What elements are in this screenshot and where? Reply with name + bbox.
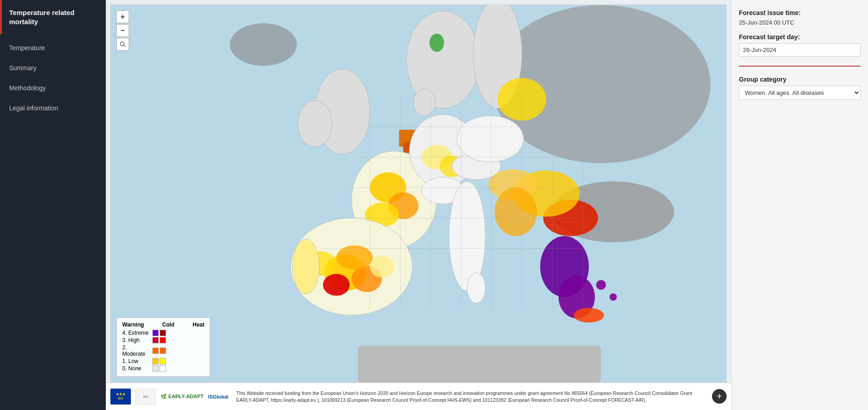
- zoom-out-button[interactable]: −: [116, 24, 129, 37]
- eu-logo: ★★★EU: [110, 389, 131, 405]
- main-content: + −: [106, 0, 731, 410]
- legend-row-none: 0. None: [122, 365, 204, 372]
- svg-point-44: [430, 34, 444, 52]
- sidebar-item-methodology[interactable]: Methodology: [0, 78, 106, 98]
- add-button[interactable]: +: [712, 389, 727, 404]
- svg-point-41: [494, 187, 537, 236]
- svg-point-0: [120, 42, 124, 46]
- group-category-select[interactable]: Women. All ages. All diseases Men. All a…: [739, 86, 861, 100]
- svg-point-37: [574, 308, 604, 322]
- legend-row-low: 1. Low: [122, 358, 204, 364]
- svg-rect-5: [358, 346, 601, 382]
- legend-row-high: 3. High: [122, 337, 204, 343]
- legend-level-3: 3. High: [122, 337, 150, 343]
- footer-description: This Website received funding from the E…: [236, 390, 692, 403]
- forecast-target-label: Forecast target day:: [739, 33, 861, 41]
- right-panel: Forecast issue time: 25-Jun-2024 00 UTC …: [731, 0, 868, 410]
- svg-line-1: [124, 45, 125, 47]
- isglobal-logo: ISGlobal: [208, 394, 229, 400]
- sidebar-nav: Temperature Summary Methodology Legal in…: [0, 38, 106, 118]
- map-controls: + −: [116, 10, 129, 51]
- forecast-target-input[interactable]: [739, 43, 861, 57]
- legend-cold-low-swatch: [152, 358, 159, 364]
- svg-point-7: [298, 100, 332, 146]
- svg-point-26: [323, 274, 350, 296]
- search-icon: [120, 41, 126, 47]
- legend-level-4: 4. Extreme: [122, 330, 150, 336]
- forecast-issue-value: 25-Jun-2024 00 UTC: [739, 19, 861, 26]
- legend-warning-label: Warning: [122, 322, 144, 328]
- sidebar: Temperature related mortality Temperatur…: [0, 0, 106, 410]
- legend-level-2: 2. Moderate: [122, 344, 150, 357]
- footer-text: This Website received funding from the E…: [236, 390, 705, 403]
- legend-heat-moderate-swatch: [160, 348, 166, 354]
- forecast-target-section: Forecast target day:: [739, 33, 861, 57]
- footer: ★★★EU erc 🌿 EARLY-ADAPT ISGlobal This We…: [106, 383, 731, 410]
- svg-point-39: [457, 116, 524, 162]
- svg-point-36: [609, 293, 617, 301]
- search-button[interactable]: [116, 38, 129, 51]
- svg-point-29: [370, 256, 394, 278]
- forecast-issue-section: Forecast issue time: 25-Jun-2024 00 UTC: [739, 9, 861, 26]
- app-title: Temperature related mortality: [0, 0, 106, 34]
- legend-heat-low-swatch: [160, 358, 166, 364]
- group-category-label: Group category: [739, 76, 861, 83]
- legend-cold-label: Cold: [162, 322, 175, 328]
- legend-heat-high-swatch: [160, 337, 166, 343]
- svg-point-27: [336, 245, 373, 270]
- panel-divider: [739, 66, 861, 67]
- sidebar-item-summary[interactable]: Summary: [0, 58, 106, 78]
- zoom-in-button[interactable]: +: [116, 10, 129, 23]
- forecast-issue-label: Forecast issue time:: [739, 9, 861, 16]
- svg-point-22: [467, 273, 485, 303]
- legend-heat-extreme-swatch: [160, 330, 166, 336]
- svg-point-43: [230, 23, 297, 66]
- legend-cold-extreme-swatch: [152, 330, 159, 336]
- legend-level-1: 1. Low: [122, 358, 150, 364]
- legend-heat-none-swatch: [160, 365, 166, 372]
- legend-heat-label: Heat: [192, 322, 204, 328]
- svg-point-35: [596, 280, 606, 290]
- legend-cold-none-swatch: [152, 365, 159, 372]
- footer-logos: ★★★EU erc 🌿 EARLY-ADAPT ISGlobal: [110, 389, 229, 405]
- group-category-section: Group category Women. All ages. All dise…: [739, 76, 861, 100]
- sidebar-item-legal[interactable]: Legal information: [0, 98, 106, 118]
- legend-row-moderate: 2. Moderate: [122, 344, 204, 357]
- map-legend: Warning Cold Heat 4. Extreme 3. High: [116, 317, 210, 377]
- map-container: + −: [110, 5, 727, 383]
- erc-logo: erc: [135, 389, 156, 405]
- svg-point-30: [292, 239, 319, 294]
- sidebar-item-temperature[interactable]: Temperature: [0, 38, 106, 58]
- legend-cold-high-swatch: [152, 337, 159, 343]
- legend-row-extreme: 4. Extreme: [122, 330, 204, 336]
- legend-cold-moderate-swatch: [152, 348, 159, 354]
- early-adapt-logo: 🌿 EARLY-ADAPT: [161, 394, 203, 400]
- svg-point-10: [414, 89, 436, 116]
- legend-level-0: 0. None: [122, 365, 150, 372]
